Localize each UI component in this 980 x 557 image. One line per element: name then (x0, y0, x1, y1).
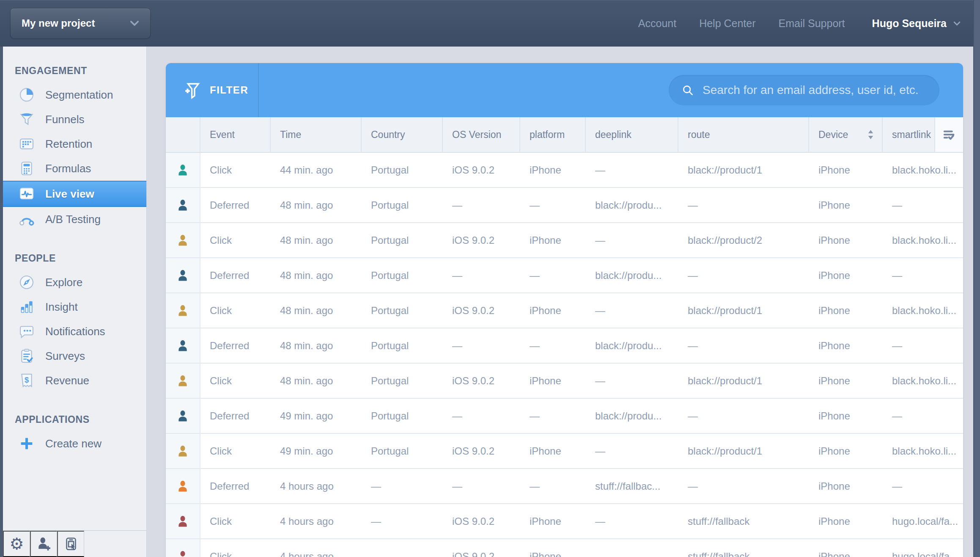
table-row[interactable]: Deferred48 min. agoPortugal——black://pro… (166, 258, 963, 293)
table-row[interactable]: Deferred48 min. agoPortugal——black://pro… (166, 188, 963, 223)
cell-smartlink: — (883, 258, 963, 292)
cell-country: Portugal (362, 293, 443, 328)
topbar-link-account[interactable]: Account (638, 17, 676, 30)
sidebar-item-explore[interactable]: Explore (3, 270, 146, 295)
sidebar-item-retention[interactable]: Retention (3, 132, 146, 156)
sidebar-item-funnels[interactable]: Funnels (3, 107, 146, 132)
cell-deeplink: — (586, 539, 678, 557)
table-row[interactable]: Click4 hours ago—iOS 9.0.2iPhone—stuff:/… (166, 504, 963, 539)
column-header-deeplink: deeplink (586, 117, 678, 152)
topbar-link-email-support[interactable]: Email Support (779, 17, 845, 30)
cell-deeplink: — (586, 223, 678, 257)
sidebar-item-label: Notifications (45, 325, 105, 338)
sidebar-item-live-view[interactable]: Live view (3, 181, 146, 207)
sidebar-item-segmentation[interactable]: Segmentation (3, 83, 146, 107)
cell-route: — (678, 188, 809, 222)
cell-smartlink: — (883, 188, 963, 222)
cell-country: Portugal (362, 364, 443, 398)
cell-avatar (166, 258, 200, 292)
user-avatar-icon (176, 478, 189, 494)
sidebar-item-notifications[interactable]: Notifications (3, 319, 146, 344)
search-icon (681, 84, 694, 97)
revenue-receipt-icon: $ (18, 372, 35, 389)
cell-event: Deferred (200, 258, 271, 292)
table-row[interactable]: Click4 hours ago—iOS 9.0.2iPhone—stuff:/… (166, 539, 963, 557)
cell-route: black://product/1 (678, 153, 809, 187)
user-avatar-icon (176, 408, 189, 424)
cell-event: Deferred (200, 469, 271, 503)
cell-os-version: iOS 9.0.2 (443, 153, 520, 187)
add-user-button[interactable] (30, 531, 57, 557)
sidebar-item-surveys[interactable]: Surveys (3, 344, 146, 368)
column-header-event: Event (200, 117, 271, 152)
table-row[interactable]: Click44 min. agoPortugaliOS 9.0.2iPhone—… (166, 153, 963, 188)
calculator-icon (18, 160, 35, 177)
cell-platform: iPhone (520, 504, 586, 538)
user-avatar-icon (176, 549, 189, 557)
sidebar-item-insight[interactable]: Insight (3, 295, 146, 319)
cell-route: — (678, 258, 809, 292)
cell-device: iPhone (809, 469, 883, 503)
user-menu-button[interactable]: Hugo Sequeira (872, 17, 961, 30)
table-row[interactable]: Deferred48 min. agoPortugal——black://pro… (166, 328, 963, 364)
cell-route: — (678, 469, 809, 503)
sidebar-item-formulas[interactable]: Formulas (3, 156, 146, 181)
ab-test-icon (18, 211, 35, 228)
table-row[interactable]: Click48 min. agoPortugaliOS 9.0.2iPhone—… (166, 293, 963, 328)
column-header-device[interactable]: Device (809, 117, 883, 152)
cell-os-version: iOS 9.0.2 (443, 434, 520, 468)
column-label: Device (818, 129, 848, 141)
table-body: Click44 min. agoPortugaliOS 9.0.2iPhone—… (166, 153, 963, 557)
topbar-link-help-center[interactable]: Help Center (699, 17, 755, 30)
cell-platform: — (520, 328, 586, 363)
sidebar-item-a-b-testing[interactable]: A/B Testing (3, 207, 146, 232)
cell-country: Portugal (362, 153, 443, 187)
sort-icon[interactable] (867, 130, 874, 140)
cell-device: iPhone (809, 504, 883, 538)
cell-deeplink: — (586, 504, 678, 538)
search-input[interactable] (702, 83, 927, 97)
cell-smartlink: black.hoko.li... (883, 434, 963, 468)
cell-time: 48 min. ago (271, 328, 362, 363)
cell-time: 48 min. ago (271, 293, 362, 328)
table-row[interactable]: Deferred49 min. agoPortugal——black://pro… (166, 399, 963, 434)
sidebar-item-label: A/B Testing (45, 213, 101, 226)
cell-avatar (166, 188, 200, 222)
column-label: route (688, 129, 710, 141)
sidebar-item-revenue[interactable]: $Revenue (3, 368, 146, 393)
cell-device: iPhone (809, 364, 883, 398)
left-edge-strip (0, 47, 3, 557)
table-row[interactable]: Click48 min. agoPortugaliOS 9.0.2iPhone—… (166, 364, 963, 399)
cell-event: Click (200, 504, 271, 538)
cell-country: Portugal (362, 258, 443, 292)
column-settings-button[interactable] (935, 117, 963, 152)
device-preview-button[interactable] (57, 531, 84, 557)
cell-time: 4 hours ago (271, 539, 362, 557)
cell-platform: — (520, 258, 586, 292)
cell-smartlink: — (883, 328, 963, 363)
cell-platform: iPhone (520, 539, 586, 557)
user-name: Hugo Sequeira (872, 17, 947, 30)
settings-button[interactable]: ⚙ (3, 531, 30, 557)
cell-avatar (166, 153, 200, 187)
filter-button[interactable]: FILTER (166, 63, 259, 117)
cell-time: 48 min. ago (271, 364, 362, 398)
cell-deeplink: — (586, 364, 678, 398)
section-title-engagement: ENGAGEMENT (15, 65, 146, 77)
user-avatar-icon (176, 162, 189, 178)
table-header: EventTimeCountryOS Versionplatformdeepli… (166, 117, 963, 153)
cell-route: black://product/1 (678, 434, 809, 468)
column-label: deeplink (595, 129, 631, 141)
vertical-scrollbar[interactable] (973, 0, 980, 557)
chevron-down-icon (953, 21, 961, 26)
sidebar-sections: ENGAGEMENTSegmentationFunnelsRetentionFo… (3, 65, 146, 456)
table-row[interactable]: Click49 min. agoPortugaliOS 9.0.2iPhone—… (166, 434, 963, 469)
project-selector-button[interactable]: My new project (10, 8, 151, 39)
table-row[interactable]: Deferred4 hours ago———stuff://fallbac...… (166, 469, 963, 504)
sidebar-item-label: Explore (45, 276, 82, 289)
cell-os-version: iOS 9.0.2 (443, 293, 520, 328)
sidebar-item-create-new[interactable]: Create new (3, 431, 146, 456)
table-row[interactable]: Click48 min. agoPortugaliOS 9.0.2iPhone—… (166, 223, 963, 258)
cell-time: 48 min. ago (271, 188, 362, 222)
cell-country: Portugal (362, 223, 443, 257)
